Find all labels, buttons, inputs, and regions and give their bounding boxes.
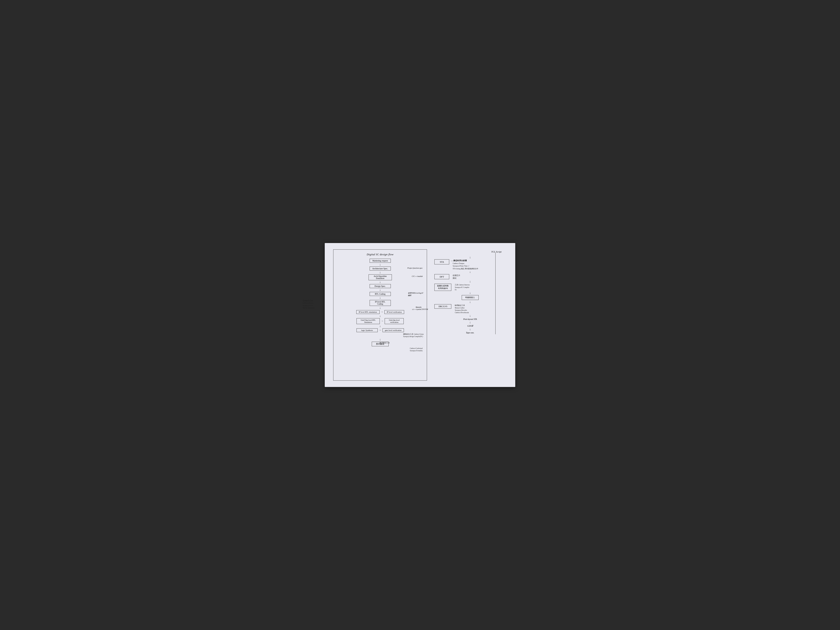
parallel-row-ip: IP level RTL simulation → IP level verif…	[356, 310, 404, 314]
ip-rtl-coding-flow: IP level RTLCoding Makefile c/c++/system…	[336, 300, 423, 352]
tcl-vertical-line	[495, 253, 496, 334]
annotation-sta-tools: Cadence:Tempus Synopsys:Prime Time ✓ STA…	[453, 262, 506, 270]
arrow-6: ↓	[379, 306, 381, 309]
tapeout-row: Tape-one.	[466, 332, 474, 334]
clock-row: 時鐘樹插入	[434, 295, 506, 300]
flow-row-ip-rtl-coding: IP level RTLCoding	[369, 300, 391, 306]
annotation-project-spec: Project function spec	[407, 267, 423, 269]
right-arrow-2: ↓	[469, 280, 471, 283]
right-column: TCL Script ↓ STA — 靜态时序分析環 Cadence:Tempu…	[433, 249, 507, 381]
flow-row-design-spec: Design Spec.	[336, 284, 423, 288]
synthesis-tools-row: 邏輯綜合工具 Cadence:Genus Synopsys:design Com…	[336, 333, 423, 338]
box-gate-level-verif: gate level verification	[382, 328, 404, 332]
box-design-spec: Design Spec.	[369, 284, 391, 288]
drc-row: DRC/LVS 物理驗证工具 Mentor:Calibre Synopsys:H…	[434, 304, 506, 314]
gds-row: GDSⅡ	[467, 325, 473, 327]
formal-tools-row: Cadence:Conformal Synopsys:Formality	[336, 347, 423, 352]
box-arch-algo: Arch/AlgorithmEmulation	[369, 274, 392, 280]
right-arrow-1: ↓	[469, 270, 471, 273]
page-title: Digital IC design flow	[336, 253, 423, 256]
arrow-9: ↓	[379, 338, 381, 341]
box-marketing-request: Marketing request	[369, 259, 391, 263]
ip-rtl-coding-section: 仿真驗证工具 Cadence:Incisive Synopsys:VCS/ Me…	[336, 300, 423, 352]
box-logic-synthesis: logic Synthesis	[357, 328, 378, 332]
flow-row-rtl-coding: RTL Coding 使用VHDL/verilog/sV編程	[336, 292, 423, 296]
box-sta: STA	[434, 259, 449, 264]
box-drc-lvs: DRC/LVS	[434, 304, 452, 309]
sta-annotations: — 靜态时序分析環 Cadence:Tempus Synopsys:Prime …	[451, 259, 506, 270]
pr-row: 版圖生成布動布局布線PR 工具:Cadence:Innovus Synopsys…	[434, 284, 506, 291]
box-unit-rtl-sim: Unit/Chip level RTLSimulation	[357, 318, 380, 324]
arrow-7: ↓	[379, 314, 381, 317]
flow-row-arch-spec: Architecture Spec. Project function spec	[336, 267, 423, 270]
right-arrow-4: ↓	[469, 301, 471, 303]
flow-row-formal: 形式驗证 — 形式驗证工具	[372, 342, 388, 346]
arrow-1: ↓	[336, 263, 423, 266]
dft-annotations: 在期芯片测试	[451, 274, 506, 279]
text-gds: GDSⅡ	[467, 325, 473, 327]
dft-row: DFT 在期芯片测试	[434, 274, 506, 279]
box-unit-chip-verif: Unit/chip levelverification	[385, 318, 404, 324]
annotation-dft: 在期芯片测试	[453, 274, 506, 279]
arrow-5: ↓	[336, 296, 423, 299]
box-architecture-spec: Architecture Spec.	[369, 267, 391, 270]
parallel-row-synthesis: logic Synthesis → gate level verificatio…	[357, 328, 404, 332]
page-container: Digital IC design flow Marketing request…	[325, 243, 515, 387]
annotation-vhdl: 使用VHDL/verilog/sV編程	[408, 292, 423, 297]
right-arrow-5: ↓	[469, 314, 471, 317]
annotation-formal-label: — 形式驗证工具	[377, 342, 390, 344]
text-post-layout-sta: Post-layout STA	[463, 318, 477, 320]
left-column: Digital IC design flow Marketing request…	[333, 249, 427, 381]
box-ip-rtl-sim: IP level RTL simulation	[356, 310, 380, 314]
arrow-4: ↓	[336, 289, 423, 292]
annotation-makefile: Makefile	[415, 306, 422, 308]
box-rtl-coding: RTL Coding	[369, 292, 391, 296]
annotation-synthesis-tools: 邏輯綜合工具 Cadence:Genus Synopsys:design Com…	[403, 333, 423, 338]
annotation-c-systemc: c/c++/systemC/SV/UVM	[412, 308, 428, 310]
box-clock-tree: 時鐘樹插入	[462, 295, 478, 300]
right-arrow-6: ↓	[469, 321, 471, 324]
arrow-3: ↓	[336, 281, 423, 284]
annotation-phys-tools: 物理驗证工具 Mentor:Calibre Synopsys:Hercules …	[455, 304, 506, 314]
box-ip-rtl-coding: IP level RTLCoding	[369, 300, 391, 306]
arrow-right-unit: →	[382, 320, 383, 323]
box-dft: DFT	[434, 274, 449, 279]
sta-row: STA — 靜态时序分析環 Cadence:Tempus Synopsys:Pr…	[434, 259, 506, 270]
text-tapeout: Tape-one.	[466, 332, 474, 334]
box-ip-level-verif: IP level verification	[384, 310, 404, 314]
annotation-pr-tools: 工具:Cadence:Innovus Synopsys:IC Compiler …	[455, 284, 506, 291]
box-pr: 版圖生成布動布局布線PR	[434, 284, 452, 291]
right-arrow-top: ↓	[469, 256, 471, 259]
annotation-sta-label: — 靜态时序分析環	[451, 259, 506, 262]
right-content: TCL Script ↓ STA — 靜态时序分析環 Cadence:Tempu…	[434, 253, 506, 334]
arrow-2: ↓	[336, 271, 423, 274]
flow-row-marketing: Marketing request	[336, 259, 423, 263]
tcl-script-label: TCL Script	[491, 250, 502, 253]
arrow-right-ip: →	[381, 311, 383, 314]
right-arrow-7: ↓	[469, 328, 471, 331]
annotation-sim-tools: 仿真驗证工具 Cadence:Incisive Synopsys:VCS/ Me…	[303, 300, 336, 309]
arrow-right-synthesis: →	[379, 329, 381, 332]
right-flow: ↓ STA — 靜态时序分析環 Cadence:Tempus Synopsys:…	[434, 253, 506, 334]
annotation-formal-tools: Cadence:Conformal Synopsys:Formality	[410, 347, 423, 352]
right-arrow-3: ↓	[469, 292, 471, 294]
parallel-row-unit: Unit/Chip level RTLSimulation → Unit/chi…	[357, 318, 404, 324]
pr-annotations: 工具:Cadence:Innovus Synopsys:IC Compiler …	[453, 284, 506, 291]
annotation-c-matlab: C/C++/matlab	[412, 275, 423, 277]
arrow-8: ↓	[379, 325, 381, 328]
flow-row-arch-algo: Arch/AlgorithmEmulation C/C++/matlab	[336, 274, 423, 280]
post-sta-row: Post-layout STA	[463, 318, 477, 320]
drc-annotations: 物理驗证工具 Mentor:Calibre Synopsys:Hercules …	[453, 304, 506, 314]
